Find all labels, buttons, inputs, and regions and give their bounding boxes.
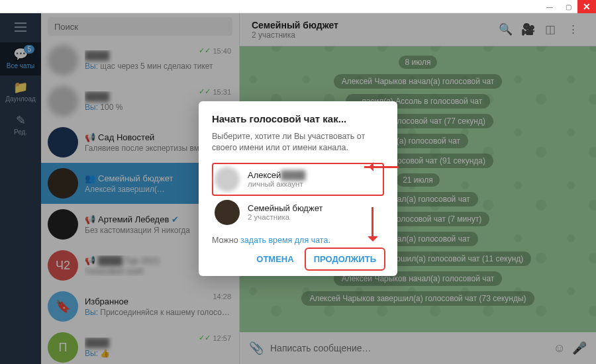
option-title: Алексей ████ [248, 170, 305, 180]
option-subtitle: личный аккаунт [248, 180, 305, 188]
maximize-button[interactable]: ▢ [559, 0, 577, 13]
minimize-button[interactable]: — [540, 0, 559, 13]
avatar [215, 167, 240, 192]
annotation-arrow-continue [368, 207, 377, 247]
modal-subtitle: Выберите, хотите ли Вы участвовать от св… [212, 131, 384, 154]
modal-title: Начать голосовой чат как... [212, 113, 384, 124]
option-subtitle: 2 участника [248, 213, 323, 221]
schedule-link[interactable]: задать время для чата [240, 236, 328, 245]
window-titlebar: — ▢ ✕ [0, 0, 596, 13]
modal-link-line: Можно задать время для чата. [212, 236, 384, 245]
continue-button[interactable]: ПРОДОЛЖИТЬ [306, 249, 384, 269]
option-title: Семейный бюджет [248, 203, 323, 213]
cancel-button[interactable]: ОТМЕНА [248, 249, 301, 269]
start-voice-chat-modal: Начать голосовой чат как... Выберите, хо… [199, 101, 397, 276]
avatar [215, 200, 240, 225]
modal-overlay[interactable]: Начать голосовой чат как... Выберите, хо… [0, 13, 596, 364]
close-button[interactable]: ✕ [577, 0, 596, 13]
voice-chat-identity-option[interactable]: Семейный бюджет2 участника [212, 196, 384, 229]
voice-chat-identity-option[interactable]: Алексей ████личный аккаунт [212, 163, 384, 196]
annotation-arrow-option [364, 162, 404, 171]
